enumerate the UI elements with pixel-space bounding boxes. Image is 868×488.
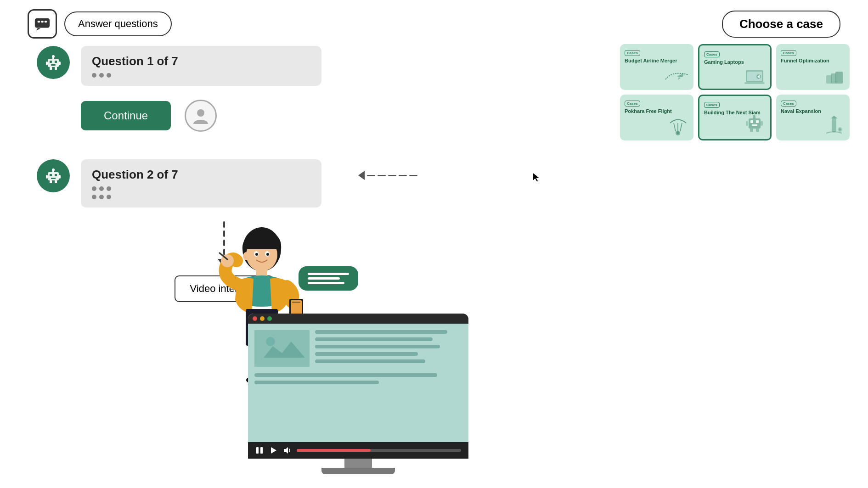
monitor-second-block: [248, 373, 468, 384]
case-illustration-1: [663, 68, 691, 88]
answer-questions-button[interactable]: Answer questions: [64, 11, 172, 36]
dash: [399, 175, 407, 176]
svg-rect-13: [55, 67, 57, 70]
svg-rect-71: [260, 447, 263, 454]
svg-point-69: [266, 337, 275, 346]
arrow-left-icon: [358, 171, 365, 180]
top-bar: Answer questions Choose a case: [0, 9, 868, 39]
question-2-card: Question 2 of 7: [81, 159, 321, 208]
svg-rect-16: [50, 174, 52, 176]
monitor-image-icon: [254, 330, 310, 367]
dot: [99, 195, 104, 199]
svg-point-9: [52, 55, 55, 58]
books-icon: [822, 68, 847, 86]
case-name-1: Budget Airline Merger: [625, 57, 689, 64]
svg-line-32: [674, 123, 676, 131]
dot: [107, 195, 111, 199]
pause-icon[interactable]: [255, 446, 264, 454]
svg-rect-1: [38, 21, 40, 22]
continue-button[interactable]: Continue: [81, 101, 171, 130]
svg-rect-37: [750, 120, 753, 123]
monitor-stand: [344, 459, 372, 468]
question-1-row: Question 1 of 7: [37, 46, 321, 86]
svg-rect-6: [55, 61, 57, 63]
svg-rect-4: [48, 59, 59, 67]
svg-rect-46: [832, 118, 836, 132]
monitor-image-placeholder: [254, 330, 310, 367]
cursor-icon: [532, 172, 541, 183]
svg-rect-45: [756, 129, 759, 132]
svg-rect-10: [46, 62, 48, 65]
play-icon[interactable]: [269, 446, 277, 454]
case-label-4: Cases: [625, 101, 640, 107]
monitor-line: [315, 359, 425, 363]
case-card-1[interactable]: Cases Budget Airline Merger: [620, 44, 693, 90]
robot-case-icon: [742, 110, 767, 135]
case-card-2[interactable]: Cases Gaming Laptops: [698, 44, 772, 90]
case-name-2: Gaming Laptops: [704, 59, 766, 65]
case-label-2: Cases: [704, 51, 720, 57]
monitor-base: [321, 468, 395, 474]
svg-rect-5: [50, 61, 52, 63]
choose-case-button[interactable]: Choose a case: [722, 11, 840, 38]
case-name-3: Funnel Optimization: [781, 57, 845, 64]
svg-rect-15: [48, 172, 59, 180]
svg-rect-24: [55, 180, 57, 183]
svg-marker-72: [271, 447, 276, 454]
robot-icon-1: [37, 46, 70, 79]
dot: [92, 73, 96, 78]
case-label-1: Cases: [625, 50, 640, 56]
svg-point-41: [753, 115, 755, 118]
svg-rect-44: [750, 129, 753, 132]
laptop-icon: [742, 67, 767, 85]
robot-icon-2: [37, 159, 70, 192]
plane-icon: [663, 68, 691, 86]
question-1-dots: [92, 73, 310, 78]
case-illustration-6: [822, 114, 847, 139]
case-card-6[interactable]: Cases Naval Expansion: [776, 95, 850, 140]
svg-marker-47: [831, 116, 838, 118]
dash: [409, 175, 417, 176]
continue-row: Continue: [81, 100, 321, 132]
question-1-card: Question 1 of 7: [81, 46, 321, 86]
case-card-4[interactable]: Cases Pokhara Free Flight: [620, 95, 693, 140]
svg-rect-43: [761, 121, 763, 126]
monitor-screen: [248, 314, 468, 442]
svg-rect-3: [45, 21, 47, 22]
monitor-content-area: [248, 324, 468, 373]
monitor-line: [254, 381, 379, 384]
svg-rect-22: [59, 175, 61, 179]
volume-icon[interactable]: [283, 446, 291, 454]
dot: [92, 186, 96, 191]
svg-rect-27: [744, 82, 765, 84]
monitor-topbar: [248, 314, 468, 324]
svg-point-66: [266, 253, 269, 256]
svg-rect-36: [749, 118, 761, 129]
chat-icon-box: [28, 9, 57, 39]
svg-rect-39: [752, 124, 757, 126]
monitor: [248, 314, 468, 474]
robot-svg-2: [43, 166, 63, 186]
svg-rect-29: [835, 72, 843, 84]
svg-point-62: [243, 252, 249, 260]
case-label-3: Cases: [781, 50, 796, 56]
monitor-line: [315, 345, 440, 348]
video-illustration-area: [175, 231, 551, 488]
user-avatar: [185, 100, 217, 132]
mouse-cursor: [532, 172, 541, 181]
svg-rect-31: [826, 75, 832, 84]
svg-rect-2: [41, 21, 44, 22]
case-card-5[interactable]: Cases Building The Next Siam: [698, 95, 772, 140]
monitor-line: [315, 330, 447, 334]
dot: [99, 186, 104, 191]
chat-icon: [34, 15, 51, 33]
monitor-dot-green: [267, 316, 272, 321]
case-card-3[interactable]: Cases Funnel Optimization: [776, 44, 850, 90]
dash: [378, 175, 386, 176]
svg-rect-11: [59, 62, 61, 65]
monitor-dot-red: [253, 316, 257, 321]
case-illustration-4: [665, 114, 691, 139]
avatar-icon: [191, 106, 211, 126]
dash: [388, 175, 396, 176]
video-progress-bar[interactable]: [297, 449, 461, 452]
